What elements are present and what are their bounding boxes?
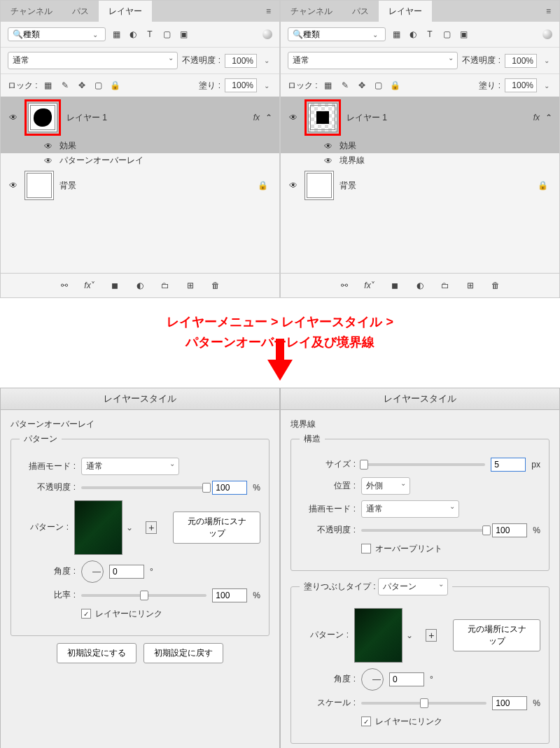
layer-row[interactable]: 👁 背景 🔒 [1, 168, 279, 203]
new-layer-icon[interactable]: ⊞ [464, 279, 477, 292]
snap-button[interactable]: 元の場所にスナップ [173, 511, 260, 544]
lock-icon[interactable]: 🔒 [258, 181, 272, 190]
blend-mode-select[interactable]: 通常 [288, 52, 458, 69]
position-select[interactable]: 外側 [361, 477, 410, 495]
visibility-icon[interactable]: 👁 [8, 181, 19, 190]
filter-type-select[interactable]: 🔍 ⌄ [288, 27, 386, 41]
link-checkbox[interactable]: ✓レイヤーにリンク [81, 608, 162, 620]
chevron-down-icon[interactable]: ⌄ [261, 57, 272, 64]
lock-paint-icon[interactable]: ✎ [339, 79, 351, 92]
effects-row[interactable]: 👁 効果 [1, 139, 279, 153]
make-default-button[interactable]: 初期設定にする [57, 643, 136, 663]
chevron-down-icon[interactable]: ⌄ [261, 82, 272, 90]
new-preset-icon[interactable]: + [426, 629, 437, 642]
layer-row[interactable]: 👁 レイヤー 1 fx ⌃ [281, 97, 559, 139]
lock-icon[interactable]: 🔒 [538, 181, 552, 190]
mask-icon[interactable]: ◼ [108, 279, 121, 292]
opacity-field[interactable]: 100% [505, 54, 537, 68]
fill-type-select[interactable]: パターン [378, 578, 448, 595]
effects-row[interactable]: 👁 効果 [281, 139, 559, 153]
fx-indicator[interactable]: fx [253, 113, 260, 122]
chevron-down-icon[interactable]: ⌄ [541, 57, 552, 64]
fx-icon[interactable]: fx˅ [363, 279, 376, 292]
layer-thumbnail[interactable] [304, 171, 334, 200]
lock-position-icon[interactable]: ✥ [356, 79, 368, 92]
scale-slider[interactable] [361, 702, 486, 705]
filter-smart-icon[interactable]: ▣ [457, 28, 470, 41]
filter-toggle-icon[interactable] [542, 29, 552, 39]
opacity-input[interactable] [492, 523, 527, 537]
new-preset-icon[interactable]: + [146, 521, 157, 534]
filter-adjust-icon[interactable]: ◐ [407, 28, 419, 41]
fill-field[interactable]: 100% [505, 78, 537, 92]
blend-mode-select[interactable]: 通常 [81, 458, 179, 475]
mask-icon[interactable]: ◼ [388, 279, 401, 292]
effect-item[interactable]: 👁 パターンオーバーレイ [1, 153, 279, 168]
fill-field[interactable]: 100% [225, 78, 257, 92]
layer-row[interactable]: 👁 レイヤー 1 fx ⌃ [1, 97, 279, 139]
opacity-input[interactable] [212, 481, 247, 495]
filter-input[interactable] [23, 29, 90, 39]
lock-artboard-icon[interactable]: ▢ [372, 79, 385, 92]
angle-dial[interactable] [361, 668, 384, 691]
angle-dial[interactable] [81, 560, 104, 583]
layer-thumbnail[interactable] [308, 103, 337, 132]
filter-text-icon[interactable]: T [144, 28, 156, 41]
layer-thumbnail[interactable] [28, 103, 57, 132]
lock-all-icon[interactable]: 🔒 [109, 79, 122, 92]
filter-toggle-icon[interactable] [262, 29, 272, 39]
tab-layers[interactable]: レイヤー [99, 1, 152, 22]
folder-icon[interactable]: 🗀 [159, 279, 172, 292]
overprint-checkbox[interactable]: オーバープリント [361, 543, 442, 555]
lock-transparency-icon[interactable]: ▦ [322, 79, 335, 92]
size-input[interactable] [491, 458, 526, 472]
visibility-icon[interactable]: 👁 [43, 141, 54, 151]
size-slider[interactable] [361, 463, 485, 466]
layer-name[interactable]: 背景 [59, 180, 76, 192]
snap-button[interactable]: 元の場所にスナップ [453, 619, 540, 651]
opacity-slider[interactable] [81, 486, 206, 489]
pattern-picker[interactable] [354, 608, 402, 663]
lock-artboard-icon[interactable]: ▢ [92, 79, 105, 92]
visibility-icon[interactable]: 👁 [8, 113, 19, 122]
folder-icon[interactable]: 🗀 [439, 279, 451, 292]
scale-input[interactable] [492, 696, 527, 710]
layer-name[interactable]: 背景 [340, 180, 356, 192]
layer-row[interactable]: 👁 背景 🔒 [281, 168, 559, 203]
link-checkbox[interactable]: ✓レイヤーにリンク [361, 716, 442, 728]
visibility-icon[interactable]: 👁 [288, 181, 299, 190]
pattern-picker[interactable] [74, 500, 122, 555]
filter-input[interactable] [303, 29, 370, 39]
filter-shape-icon[interactable]: ▢ [160, 28, 173, 41]
chevron-down-icon[interactable]: ⌄ [541, 82, 552, 90]
visibility-icon[interactable]: 👁 [288, 113, 299, 122]
layer-name[interactable]: レイヤー 1 [66, 112, 107, 124]
lock-position-icon[interactable]: ✥ [76, 79, 88, 92]
adjustment-icon[interactable]: ◐ [414, 279, 426, 292]
panel-menu-icon[interactable]: ≡ [258, 6, 279, 16]
visibility-icon[interactable]: 👁 [323, 141, 334, 151]
layer-thumbnail[interactable] [24, 171, 54, 200]
blend-mode-select[interactable]: 通常 [361, 500, 459, 518]
angle-input[interactable] [389, 672, 424, 686]
opacity-slider[interactable] [361, 529, 486, 532]
fx-icon[interactable]: fx˅ [83, 279, 96, 292]
filter-shape-icon[interactable]: ▢ [440, 28, 453, 41]
trash-icon[interactable]: 🗑 [489, 279, 502, 292]
angle-input[interactable] [109, 565, 144, 579]
filter-type-select[interactable]: 🔍 ⌄ [8, 27, 106, 41]
effect-item[interactable]: 👁 境界線 [281, 153, 559, 168]
new-layer-icon[interactable]: ⊞ [184, 279, 197, 292]
tab-paths[interactable]: パス [62, 1, 99, 22]
filter-smart-icon[interactable]: ▣ [177, 28, 190, 41]
filter-text-icon[interactable]: T [424, 28, 436, 41]
chevron-up-icon[interactable]: ⌃ [545, 113, 552, 122]
adjustment-icon[interactable]: ◐ [134, 279, 146, 292]
lock-all-icon[interactable]: 🔒 [389, 79, 402, 92]
link-icon[interactable]: ⚯ [58, 279, 71, 292]
filter-image-icon[interactable]: ▦ [110, 28, 122, 41]
scale-slider[interactable] [81, 594, 206, 597]
chevron-up-icon[interactable]: ⌃ [265, 113, 272, 122]
trash-icon[interactable]: 🗑 [209, 279, 222, 292]
fx-indicator[interactable]: fx [533, 113, 540, 122]
